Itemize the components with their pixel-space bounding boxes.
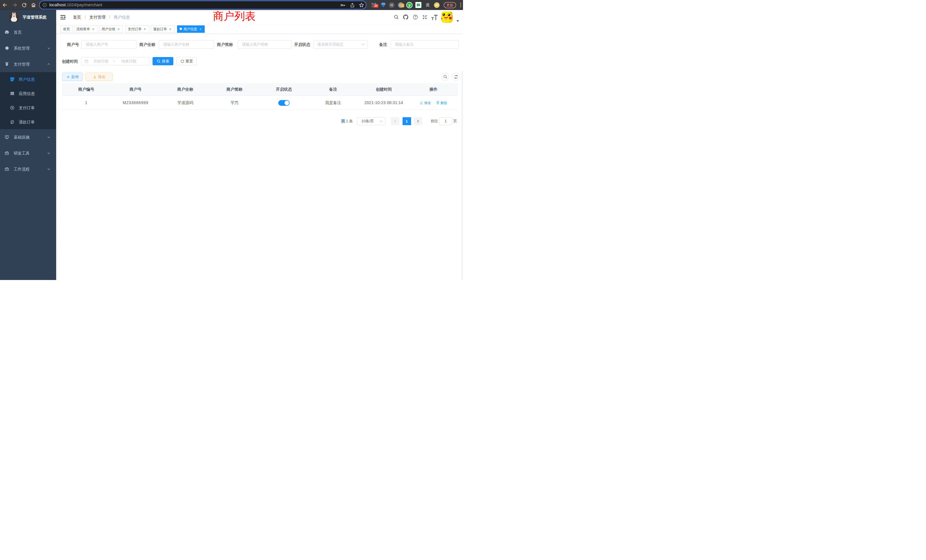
svg-text:⌘: ⌘ — [390, 3, 393, 7]
svg-text:y: y — [408, 3, 410, 7]
